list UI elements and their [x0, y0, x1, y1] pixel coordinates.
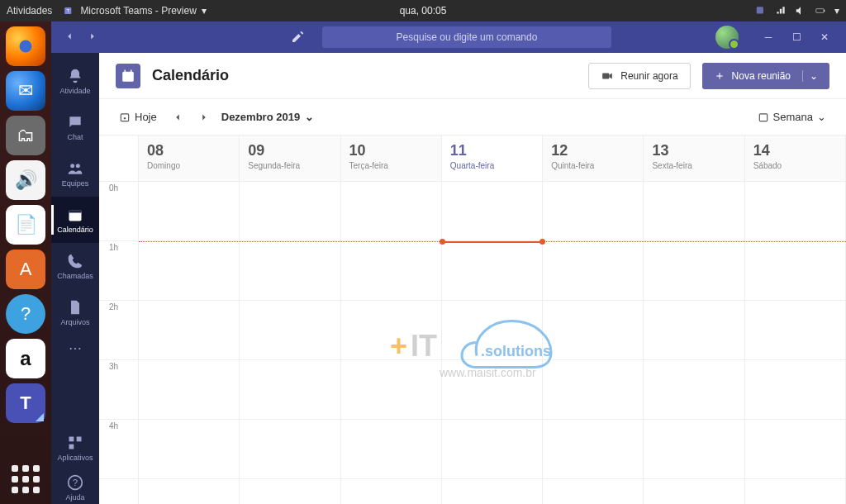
calendar-main: Calendário Reunir agora ＋ Nova reunião ⌄…	[99, 53, 846, 504]
view-picker[interactable]: Semana ⌄	[754, 107, 829, 126]
day-column[interactable]	[139, 182, 240, 504]
rail-label: Arquivos	[60, 318, 89, 326]
rail-calls[interactable]: Chamadas	[51, 243, 99, 289]
day-name: Sexta-feira	[652, 161, 735, 170]
window-maximize-button[interactable]: ☐	[783, 26, 810, 49]
dock-show-apps[interactable]	[6, 459, 45, 499]
day-header[interactable]: 14Sábado	[745, 136, 846, 182]
teams-titlebar: Pesquise ou digite um comando ─ ☐ ✕	[51, 21, 846, 53]
month-picker[interactable]: Dezembro 2019 ⌄	[221, 111, 314, 123]
month-label: Dezembro 2019	[221, 111, 300, 123]
day-number: 10	[349, 142, 433, 159]
svg-rect-10	[69, 436, 74, 441]
rail-more[interactable]: ⋯	[51, 335, 99, 360]
chevron-down-icon: ⌄	[817, 111, 826, 123]
dock-files[interactable]: 🗂	[6, 116, 45, 155]
dock-rhythmbox[interactable]: 🔊	[6, 160, 45, 200]
compose-icon[interactable]	[288, 27, 307, 47]
page-title: Calendário	[152, 67, 229, 84]
rail-teams[interactable]: Equipes	[51, 150, 99, 197]
rail-label: Calendário	[57, 226, 93, 234]
meet-now-button[interactable]: Reunir agora	[588, 63, 690, 89]
dock-software[interactable]: A	[6, 250, 45, 289]
day-header[interactable]: 11Quarta-feira	[442, 136, 543, 182]
battery-icon	[815, 5, 826, 17]
day-column[interactable]	[745, 182, 846, 504]
day-column[interactable]	[644, 182, 744, 504]
day-column[interactable]	[543, 182, 644, 504]
chevron-right-icon	[198, 112, 210, 123]
dock-teams[interactable]: T	[6, 383, 45, 423]
svg-rect-9	[69, 210, 82, 212]
day-header[interactable]: 12Quinta-feira	[543, 136, 644, 182]
day-column[interactable]	[341, 182, 442, 504]
dock-firefox[interactable]	[6, 26, 45, 66]
svg-text:?: ?	[73, 478, 78, 487]
activities-button[interactable]: Atividades	[7, 5, 52, 17]
day-name: Quarta-feira	[450, 161, 534, 170]
window-close-button[interactable]: ✕	[811, 26, 838, 49]
app-menu[interactable]: T Microsoft Teams - Preview ▾	[64, 5, 206, 17]
rail-apps[interactable]: Aplicativos	[51, 425, 99, 471]
rail-label: Chamadas	[57, 272, 93, 280]
avatar[interactable]	[715, 26, 739, 49]
today-button[interactable]: Hoje	[116, 107, 160, 126]
rail-files[interactable]: Arquivos	[51, 289, 99, 335]
more-icon: ⋯	[69, 340, 82, 356]
dock-thunderbird[interactable]: ✉	[6, 71, 45, 111]
rail-help[interactable]: ? Ajuda	[51, 471, 99, 504]
rail-activity[interactable]: Atividade	[51, 58, 99, 104]
rail-label: Ajuda	[65, 493, 84, 502]
next-week-button[interactable]	[195, 108, 213, 126]
search-input[interactable]: Pesquise ou digite um comando	[322, 26, 611, 48]
svg-rect-3	[816, 9, 824, 13]
svg-rect-17	[131, 69, 132, 73]
calendar-icon	[67, 207, 83, 223]
system-tray[interactable]: ▾	[755, 5, 839, 17]
calendar-grid[interactable]: 0h1h2h3h4h 08Domingo09Segunda-feira10Ter…	[99, 136, 846, 504]
calendar-toolbar: Hoje Dezembro 2019 ⌄ Semana ⌄	[99, 99, 846, 136]
day-header[interactable]: 13Sexta-feira	[644, 136, 744, 182]
clock[interactable]: qua, 00:05	[400, 5, 447, 17]
nav-forward-button[interactable]	[83, 27, 102, 47]
svg-rect-21	[759, 113, 767, 121]
dock-help[interactable]: ?	[6, 294, 45, 334]
day-number: 13	[652, 142, 735, 159]
rail-calendar[interactable]: Calendário	[51, 197, 99, 243]
calendar-glyph-icon	[116, 64, 140, 88]
day-column[interactable]	[240, 182, 340, 504]
teams-icon	[67, 160, 83, 177]
teams-tray-icon	[755, 5, 767, 17]
svg-text:T: T	[67, 8, 70, 13]
day-number: 12	[551, 142, 634, 159]
prev-week-button[interactable]	[169, 108, 187, 126]
new-meeting-button[interactable]: ＋ Nova reunião ⌄	[702, 63, 829, 89]
button-label: Hoje	[135, 111, 157, 123]
rail-chat[interactable]: Chat	[51, 104, 99, 150]
nav-back-button[interactable]	[59, 27, 79, 47]
svg-point-20	[124, 117, 126, 119]
day-header[interactable]: 09Segunda-feira	[240, 136, 340, 182]
network-icon	[775, 5, 787, 17]
svg-rect-11	[77, 436, 82, 441]
dock-libreoffice[interactable]: 📄	[6, 205, 45, 245]
svg-rect-18	[602, 73, 609, 78]
chevron-down-icon: ⌄	[305, 111, 314, 123]
day-header[interactable]: 10Terça-feira	[341, 136, 442, 182]
svg-rect-12	[69, 444, 74, 449]
day-header[interactable]: 08Domingo	[139, 136, 240, 182]
hour-label: 1h	[99, 241, 138, 301]
day-name: Segunda-feira	[248, 161, 331, 170]
day-column[interactable]	[442, 182, 543, 504]
day-number: 11	[450, 142, 534, 159]
day-name: Domingo	[147, 161, 231, 170]
svg-rect-15	[122, 71, 134, 81]
dock-amazon[interactable]: a	[6, 339, 45, 378]
ubuntu-dock: ✉ 🗂 🔊 📄 A ? a T	[0, 21, 51, 504]
button-label: Semana	[773, 111, 813, 123]
button-label: Reunir agora	[620, 70, 677, 82]
hour-label: 0h	[99, 182, 138, 241]
calendar-header: Calendário Reunir agora ＋ Nova reunião ⌄	[99, 53, 846, 99]
left-rail: Atividade Chat Equipes Calendário Chamad…	[51, 53, 99, 504]
window-minimize-button[interactable]: ─	[755, 26, 782, 49]
